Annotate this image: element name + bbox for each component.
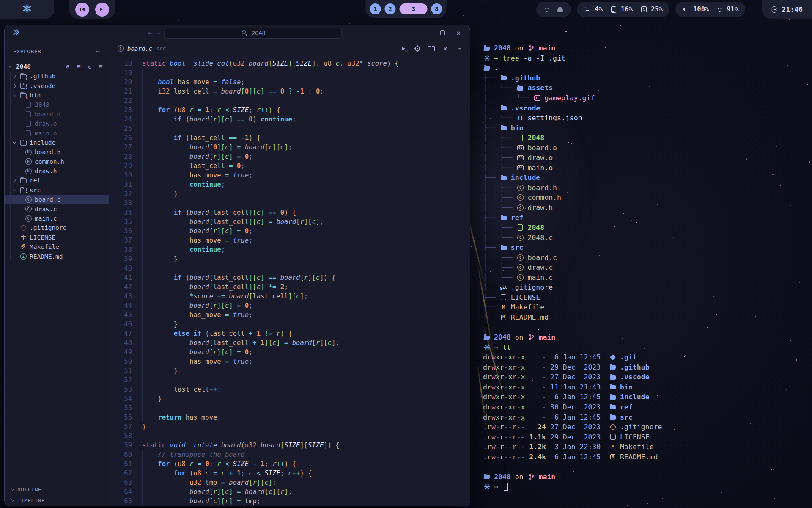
code-line[interactable]: 60 // transpose the board [109, 450, 470, 459]
code-line[interactable]: 34 if (board[last_cell][c] == 0) { [109, 208, 470, 217]
code-line[interactable]: 51 } [109, 366, 470, 375]
explorer-item-bin[interactable]: bin [5, 91, 109, 100]
close-window-button[interactable] [455, 30, 462, 36]
code-line[interactable]: 35 board[last_cell][c] = board[r][c]; [109, 217, 470, 226]
explorer-root-folder[interactable]: 2048 [5, 61, 109, 72]
editor-more-actions[interactable] [455, 45, 463, 52]
run-settings-button[interactable] [414, 45, 421, 52]
terminal-cursor[interactable] [504, 483, 508, 491]
code-line[interactable]: 47 else if (last_cell + 1 != r) { [109, 329, 470, 338]
explorer-item-LICENSE[interactable]: LICENSE [5, 233, 109, 242]
code-line[interactable]: 58 [109, 431, 470, 441]
maximize-button[interactable] [439, 30, 446, 36]
code-line[interactable]: 50 has_move = true; [109, 357, 470, 366]
code-line[interactable]: 42 board[last_cell][c] *= 2; [109, 282, 470, 292]
code-editor[interactable]: 18static bool _slide_col(u32 board[SIZE]… [109, 56, 470, 506]
code-line[interactable]: 62 for (u8 c = r + 1; c < SIZE; c++) { [109, 469, 470, 478]
code-line[interactable]: 46 } [109, 320, 470, 329]
workspace-2[interactable]: 2 [385, 3, 396, 14]
explorer-item-board.o[interactable]: board.o [5, 110, 109, 119]
workspace-3[interactable]: 3 [400, 3, 428, 14]
text: - [504, 413, 508, 421]
code-line[interactable]: 65 board[c][r] = tmp; [109, 497, 470, 506]
code-line[interactable]: 23 for (u8 r = 1; r < SIZE; r++) { [109, 105, 470, 115]
code-line[interactable]: 31 continue; [109, 180, 470, 189]
explorer-item-.vscode[interactable]: .vscode [5, 81, 109, 90]
code-line[interactable]: 29 last_cell = 0; [109, 161, 470, 171]
code-line[interactable]: 40 [109, 264, 470, 273]
explorer-item-board.c[interactable]: board.c [5, 195, 109, 204]
explorer-item-Makefile[interactable]: Makefile [5, 242, 109, 251]
code-line[interactable]: 48 board[last_cell + 1][c] = board[r][c]… [109, 338, 470, 348]
explorer-item-main.c[interactable]: main.c [5, 214, 109, 223]
explorer-item-main.o[interactable]: main.o [5, 128, 109, 138]
close-tab-button[interactable] [442, 45, 449, 52]
explorer-item-src[interactable]: src [5, 185, 109, 195]
refresh-explorer-button[interactable] [86, 63, 93, 70]
explorer-item-draw.h[interactable]: draw.h [5, 166, 109, 176]
code-line[interactable]: 41 if (board[last_cell][c] == board[r][c… [109, 273, 470, 282]
outline-panel-header[interactable]: OUTLINE [5, 484, 109, 495]
explorer-item-ref[interactable]: ref [5, 176, 109, 185]
explorer-item-common.h[interactable]: common.h [5, 157, 109, 166]
code-line[interactable]: 37 has_move = true; [109, 236, 470, 245]
workspace-1[interactable]: 1 [370, 3, 381, 14]
window-titlebar[interactable]: ← → 2048 [5, 25, 470, 41]
code-line[interactable]: 59static void _rotate_board(u32 board[SI… [109, 441, 470, 450]
code-line[interactable]: 30 has_move = true; [109, 171, 470, 180]
code-line[interactable]: 22 [109, 96, 470, 105]
command-center-search[interactable]: 2048 [164, 28, 342, 39]
code-line[interactable]: 61 for (u8 r = 0; r < SIZE - 1; r++) { [109, 459, 470, 469]
code-line[interactable]: 24 if (board[r][c] == 0) continue; [109, 115, 470, 124]
explorer-item-.github[interactable]: .github [5, 72, 109, 81]
code-line[interactable]: 49 board[r][c] = 0; [109, 348, 470, 357]
code-line[interactable]: 57} [109, 422, 470, 431]
code-line[interactable]: 26 if (last_cell == -1) { [109, 133, 470, 143]
explorer-item-draw.o[interactable]: draw.o [5, 119, 109, 128]
code-line[interactable]: 28 board[r][c] = 0; [109, 152, 470, 161]
workspace-8[interactable]: 8 [431, 3, 442, 14]
code-line[interactable]: 43 *score += board[last_cell][c]; [109, 292, 470, 301]
explorer-item-2048[interactable]: 2048 [5, 100, 109, 109]
history-back-button[interactable]: ← [148, 29, 152, 37]
explorer-item-include[interactable]: include [5, 138, 109, 147]
code-line[interactable]: 52 [109, 375, 470, 385]
code-line[interactable]: 56 return has_move; [109, 413, 470, 422]
code-line[interactable]: 54 } [109, 394, 470, 403]
code-line[interactable]: 33 [109, 199, 470, 208]
code-line[interactable]: 44 board[r][c] = 0; [109, 301, 470, 310]
code-line[interactable]: 38 continue; [109, 245, 470, 254]
explorer-item-draw.c[interactable]: draw.c [5, 204, 109, 213]
new-folder-button[interactable] [75, 63, 82, 70]
explorer-item-.gitignore[interactable]: .gitignore [5, 223, 109, 232]
explorer-item-README.md[interactable]: README.md [5, 251, 109, 261]
media-next-button[interactable] [95, 3, 109, 17]
split-editor-button[interactable] [428, 45, 435, 52]
code-line[interactable]: 27 board[0][c] = board[r][c]; [109, 143, 470, 152]
code-line[interactable]: 25 [109, 124, 470, 133]
code-line[interactable]: 32 } [109, 189, 470, 199]
history-forward-button[interactable]: → [156, 29, 160, 37]
code-line[interactable]: 64 board[r][c] = board[c][r]; [109, 487, 470, 497]
explorer-item-board.h[interactable]: board.h [5, 147, 109, 157]
code-line[interactable]: 63 u32 tmp = board[r][c]; [109, 478, 470, 487]
code-line[interactable]: 45 has_move = true; [109, 310, 470, 320]
code-line[interactable]: 18static bool _slide_col(u32 board[SIZE]… [109, 59, 470, 68]
explorer-more-actions[interactable] [94, 48, 102, 55]
code-line[interactable]: 19 [109, 68, 470, 77]
code-line[interactable]: 55 [109, 403, 470, 413]
nixos-logo-pill[interactable] [0, 0, 54, 19]
media-prev-button[interactable] [75, 3, 89, 17]
code-line[interactable]: 39 } [109, 254, 470, 264]
run-file-button[interactable] [400, 45, 407, 52]
new-file-button[interactable] [64, 63, 71, 70]
tab-board-c[interactable]: board.c src [109, 41, 174, 56]
collapse-folders-button[interactable] [97, 63, 104, 70]
code-line[interactable]: 53 last_cell++; [109, 385, 470, 394]
code-line[interactable]: 20 bool has_move = false; [109, 77, 470, 87]
code-line[interactable]: 36 board[r][c] = 0; [109, 226, 470, 236]
terminal[interactable]: 2048 on main→ tree -a -I .git.├── .githu… [483, 43, 809, 505]
timeline-panel-header[interactable]: TIMELINE [5, 495, 109, 506]
minimize-button[interactable] [422, 30, 430, 36]
code-line[interactable]: 21 i32 last_cell = board[0][c] == 0 ? -1… [109, 87, 470, 96]
